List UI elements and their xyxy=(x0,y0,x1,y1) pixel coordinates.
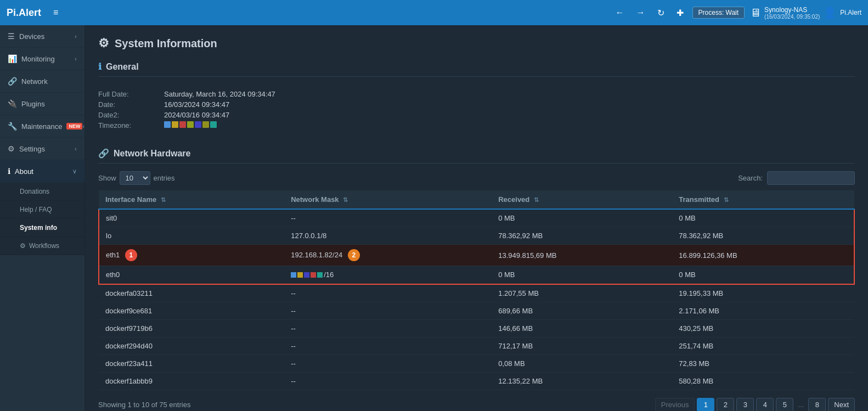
page-8-button[interactable]: 8 xyxy=(808,398,826,412)
layout: ☰ Devices ‹ 📊 Monitoring ‹ 🔗 Network 🔌 P… xyxy=(0,25,868,411)
cell-interface: sit0 xyxy=(99,209,284,227)
network-icon: 🔗 xyxy=(8,77,17,86)
sort-icon-received: ⇅ xyxy=(534,196,539,203)
eth0-block-5 xyxy=(317,272,323,278)
sidebar-item-monitoring[interactable]: 📊 Monitoring ‹ xyxy=(0,48,84,70)
sidebar-item-label: About xyxy=(15,167,33,176)
search-label: Search: xyxy=(738,174,763,182)
donations-label: Donations xyxy=(20,188,49,195)
info-row-fulldate: Full Date: Saturday, March 16, 2024 09:3… xyxy=(98,90,855,98)
fulldate-label: Full Date: xyxy=(98,90,164,98)
crosshair-button[interactable]: ✚ xyxy=(673,5,687,20)
general-section-header: ℹ General xyxy=(98,61,855,77)
sort-icon-interface: ⇅ xyxy=(161,196,166,203)
cell-received: 78.362,92 MB xyxy=(492,227,672,245)
show-select[interactable]: 10 25 50 100 xyxy=(120,171,150,185)
cell-received: 689,66 MB xyxy=(492,302,672,319)
network-hardware-header: 🔗 Network Hardware xyxy=(98,148,855,164)
sidebar-item-label: Maintenance xyxy=(21,122,62,131)
sidebar-sub-menu: Donations Help / FAQ System info ⚙ Workf… xyxy=(0,183,84,255)
tz-block-3 xyxy=(179,121,186,128)
tz-block-4 xyxy=(187,121,194,128)
sidebar-item-maintenance[interactable]: 🔧 Maintenance NEW ‹ xyxy=(0,115,84,138)
sidebar-item-settings[interactable]: ⚙ Settings ‹ xyxy=(0,138,84,160)
cell-interface: dockerf9719b6 xyxy=(99,319,284,337)
cell-interface: dockerf294d40 xyxy=(99,337,284,354)
cell-transmitted: 2.171,06 MB xyxy=(672,302,854,319)
sidebar-item-network[interactable]: 🔗 Network xyxy=(0,70,84,93)
timezone-value xyxy=(164,121,217,130)
hamburger-button[interactable]: ≡ xyxy=(50,5,61,20)
page-1-button[interactable]: 1 xyxy=(697,398,714,412)
cell-interface: eth0 xyxy=(99,266,284,284)
brand-logo: Pi.Alert xyxy=(7,7,41,19)
sidebar-item-help[interactable]: Help / FAQ xyxy=(0,201,84,219)
page-dots: ... xyxy=(796,401,806,409)
chevron-icon: ‹ xyxy=(75,145,77,152)
network-hardware-section: 🔗 Network Hardware Show 10 25 50 100 ent… xyxy=(98,148,855,411)
cell-interface: dockerf23a411 xyxy=(99,354,284,372)
table-header: Interface Name ⇅ Network Mask ⇅ Received… xyxy=(99,190,854,209)
cell-transmitted: 0 MB xyxy=(672,266,854,284)
date-label: Date: xyxy=(98,100,164,109)
next-button[interactable]: Next xyxy=(828,398,855,412)
table-row: eth0 /16 xyxy=(99,266,854,284)
back-button[interactable]: ← xyxy=(612,5,628,20)
cell-transmitted: 78.362,92 MB xyxy=(672,227,854,245)
sidebar-item-devices[interactable]: ☰ Devices ‹ xyxy=(0,25,84,48)
sidebar-item-donations[interactable]: Donations xyxy=(0,183,84,201)
info-icon: ℹ xyxy=(98,61,102,72)
page-title-icon: ⚙ xyxy=(98,36,109,50)
sidebar: ☰ Devices ‹ 📊 Monitoring ‹ 🔗 Network 🔌 P… xyxy=(0,25,85,411)
eth0-block-2 xyxy=(297,272,303,278)
sort-icon-mask: ⇅ xyxy=(343,196,348,203)
eth0-block-4 xyxy=(311,272,316,278)
cell-transmitted: 251,74 MB xyxy=(672,337,854,354)
server-time: (16/03/2024, 09:35:02) xyxy=(764,14,820,20)
refresh-button[interactable]: ↻ xyxy=(654,5,668,20)
page-2-button[interactable]: 2 xyxy=(717,398,734,412)
eth0-block-1 xyxy=(291,272,296,278)
sidebar-item-label: Settings xyxy=(19,145,45,153)
cell-received: 12.135,22 MB xyxy=(492,372,672,390)
plugins-icon: 🔌 xyxy=(8,99,17,108)
network-hardware-table: Interface Name ⇅ Network Mask ⇅ Received… xyxy=(98,190,855,390)
sort-icon-transmitted: ⇅ xyxy=(724,196,729,203)
process-badge: Process: Wait xyxy=(692,7,745,19)
page-3-button[interactable]: 3 xyxy=(736,398,754,412)
table-row: dockerf9719b6 -- 146,66 MB 430,25 MB xyxy=(99,319,854,337)
col-mask: Network Mask ⇅ xyxy=(284,190,492,209)
sidebar-item-about[interactable]: ℹ About ∨ xyxy=(0,160,84,183)
previous-button[interactable]: Previous xyxy=(655,398,695,412)
cell-received: 0,08 MB xyxy=(492,354,672,372)
forward-button[interactable]: → xyxy=(633,5,649,20)
cell-transmitted: 0 MB xyxy=(672,209,854,227)
maintenance-icon: 🔧 xyxy=(8,122,17,131)
navbar-right: ← → ↻ ✚ Process: Wait 🖥 Synology-NAS (16… xyxy=(612,5,861,20)
cell-received: 1.207,55 MB xyxy=(492,284,672,302)
sidebar-item-system-info[interactable]: System info xyxy=(0,219,84,237)
network-hardware-label: Network Hardware xyxy=(114,149,191,159)
sidebar-item-workflows[interactable]: ⚙ Workflows xyxy=(0,237,84,255)
workflows-label: Workflows xyxy=(29,242,59,250)
cell-mask: -- xyxy=(284,284,492,302)
server-name: Synology-NAS xyxy=(764,6,820,14)
table-controls: Show 10 25 50 100 entries Search: xyxy=(98,171,855,185)
page-5-button[interactable]: 5 xyxy=(776,398,793,412)
about-icon: ℹ xyxy=(8,167,10,176)
settings-icon: ⚙ xyxy=(8,144,15,153)
general-info-grid: Full Date: Saturday, March 16, 2024 09:3… xyxy=(98,85,855,135)
cell-received: 0 MB xyxy=(492,266,672,284)
network-hw-icon: 🔗 xyxy=(98,148,109,159)
search-input[interactable] xyxy=(767,171,855,185)
cell-mask: -- xyxy=(284,302,492,319)
page-4-button[interactable]: 4 xyxy=(756,398,774,412)
sidebar-item-plugins[interactable]: 🔌 Plugins xyxy=(0,93,84,115)
table-row: dockerf9ce681 -- 689,66 MB 2.171,06 MB xyxy=(99,302,854,319)
cell-interface: dockerfa03211 xyxy=(99,284,284,302)
devices-icon: ☰ xyxy=(8,32,15,41)
pagination-buttons: Previous 1 2 3 4 5 ... 8 Next xyxy=(655,398,855,412)
pagination-row: Showing 1 to 10 of 75 entries Previous 1… xyxy=(98,398,855,412)
cell-interface: dockerf1abbb9 xyxy=(99,372,284,390)
cell-received: 13.949.815,69 MB xyxy=(492,245,672,266)
